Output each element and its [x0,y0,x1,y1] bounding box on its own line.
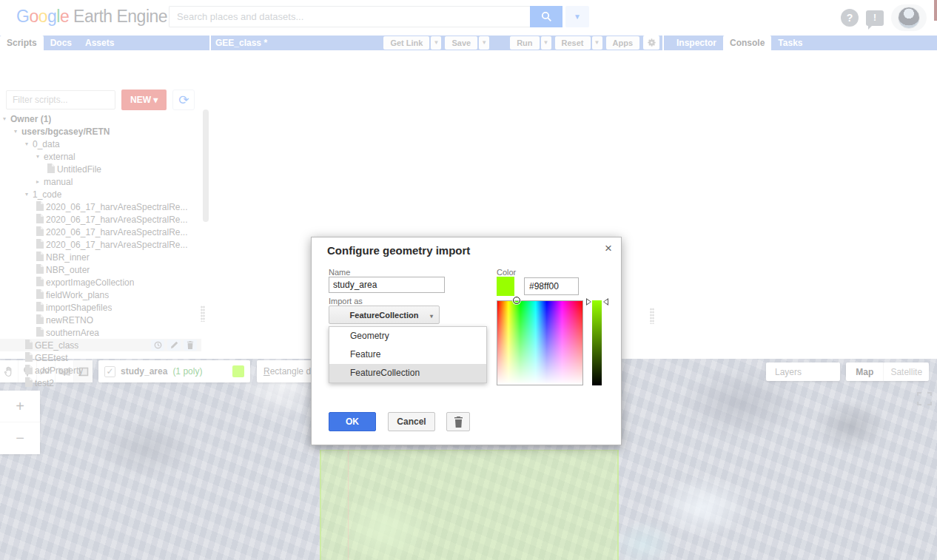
tab-console[interactable]: Console [723,36,771,50]
avatar[interactable] [898,7,920,29]
study-area-polygon[interactable] [320,450,619,560]
run-button[interactable]: Run [510,36,539,50]
tree-item-1-code[interactable]: ▾1_code [0,188,201,200]
reset-button[interactable]: Reset [555,36,591,50]
file-icon [36,327,44,339]
tab-scripts[interactable]: Scripts [0,36,44,50]
tree-item-label: NBR_outer [46,265,90,275]
tree-item-addproperty[interactable]: addProperty [0,364,201,377]
tree-item-newretno[interactable]: newRETNO [0,314,201,326]
tree-item-untitledfile[interactable]: UntitledFile [0,163,201,175]
search-options-caret-button[interactable]: ▼ [565,6,589,27]
ok-button[interactable]: OK [329,412,376,431]
tree-item-label: users/bgcasey/RETN [21,126,110,137]
apps-button[interactable]: Apps [606,36,640,50]
fullscreen-icon[interactable] [916,392,933,407]
tab-tasks[interactable]: Tasks [771,36,809,50]
geometry-name-input[interactable] [329,277,445,293]
script-tab-title[interactable]: GEE_class * [215,38,267,50]
file-icon [25,352,33,364]
layer-color-chip[interactable] [232,365,244,377]
tree-item-southernarea[interactable]: southernArea [0,326,201,339]
collapse-caret-icon[interactable]: ▾ [25,141,33,147]
refresh-icon[interactable]: ⟳ [172,90,195,110]
hue-saturation-picker[interactable] [497,300,583,385]
tree-item-exportimagecollection[interactable]: exportImageCollection [0,276,201,289]
editor-tabbar: GEE_class * Get Link▼Save▼Run▼Reset▼Apps [211,36,662,50]
tree-item-geetest[interactable]: GEEtest [0,351,201,364]
save-caret-icon[interactable]: ▼ [479,36,489,50]
reset-caret-icon[interactable]: ▼ [592,36,602,50]
collapse-caret-icon[interactable]: ▾ [14,128,21,135]
import-as-select[interactable]: FeatureCollection▾ [329,306,440,324]
zoom-out-button[interactable]: − [0,422,40,454]
file-icon [25,365,33,377]
expand-caret-icon[interactable]: ▸ [36,178,44,185]
tree-item-0-data[interactable]: ▾0_data [0,138,201,150]
screen-edge-strip [934,0,937,21]
close-icon[interactable]: × [605,241,612,256]
name-label: Name [329,268,350,277]
collapse-caret-icon[interactable]: ▾ [36,153,44,160]
get-link-button[interactable]: Get Link [383,36,429,50]
tab-assets[interactable]: Assets [78,36,121,50]
slider-marker-left[interactable] [586,298,591,306]
filter-scripts-input[interactable] [6,90,115,109]
color-hex-input[interactable] [524,277,579,295]
color-picker-marker[interactable] [513,297,520,304]
tree-item-owner-1-[interactable]: ▾Owner (1) [0,112,201,125]
save-button[interactable]: Save [445,36,477,50]
option-feature[interactable]: Feature [329,345,486,364]
tree-item-fieldwork-plans[interactable]: fieldWork_plans [0,289,201,301]
history-icon[interactable] [151,340,164,351]
tab-inspector[interactable]: Inspector [670,36,723,50]
settings-gear-icon[interactable] [643,36,659,50]
tree-item-importshapefiles[interactable]: importShapefiles [0,301,201,314]
option-featurecollection[interactable]: FeatureCollection [329,364,486,382]
help-icon[interactable]: ? [841,9,859,27]
account-area[interactable] [891,4,927,31]
tree-item-nbr-outer[interactable]: NBR_outer [0,263,201,276]
delete-geometry-button[interactable] [446,412,470,431]
tree-item-manual[interactable]: ▸manual [0,175,201,188]
get-link-caret-icon[interactable]: ▼ [431,36,441,50]
tree-item-2020-06-17-harvareaspectralre-[interactable]: 2020_06_17_harvAreaSpectralRe... [0,226,201,238]
editor-toolbar: Get Link▼Save▼Run▼Reset▼Apps [383,36,662,50]
panel-splitter-grip[interactable] [201,306,205,322]
option-geometry[interactable]: Geometry [329,327,486,345]
tree-item-test2[interactable]: test2 [0,377,201,389]
tree-item-external[interactable]: ▾external [0,150,201,163]
run-caret-icon[interactable]: ▼ [541,36,551,50]
tree-item-users-bgcasey-retn[interactable]: ▾users/bgcasey/RETN [0,125,201,138]
cancel-button[interactable]: Cancel [388,412,435,431]
map-toggle-button[interactable]: Map [846,362,884,381]
left-panel-scrollbar[interactable] [203,109,209,222]
satellite-toggle-button[interactable]: Satellite [884,362,929,381]
tree-item-gee-class[interactable]: GEE_class [0,339,201,351]
panel-splitter-grip[interactable] [650,308,654,324]
delete-icon[interactable] [184,340,197,351]
file-icon [36,302,44,314]
color-swatch[interactable] [497,277,514,296]
tree-item-label: southernArea [46,328,99,338]
file-icon [36,239,44,251]
tree-item-2020-06-17-harvareaspectralre-[interactable]: 2020_06_17_harvAreaSpectralRe... [0,238,201,251]
edit-icon[interactable] [167,340,181,351]
collapse-caret-icon[interactable]: ▾ [25,191,33,198]
tree-item-label: external [44,152,75,162]
zoom-in-button[interactable]: + [0,391,40,422]
file-icon [36,264,44,276]
new-script-button[interactable]: NEW ▾ [121,90,167,110]
search-input[interactable] [169,6,530,27]
tab-docs[interactable]: Docs [44,36,78,50]
feedback-icon[interactable]: ! [866,10,884,26]
tree-item-2020-06-17-harvareaspectralre-[interactable]: 2020_06_17_harvAreaSpectralRe... [0,213,201,226]
map-zoom-control: + − [0,391,40,454]
layers-button[interactable]: Layers [766,362,840,381]
tree-item-2020-06-17-harvareaspectralre-[interactable]: 2020_06_17_harvAreaSpectralRe... [0,200,201,213]
slider-marker-right[interactable] [603,298,608,306]
search-button[interactable] [530,6,562,27]
tree-item-nbr-inner[interactable]: NBR_inner [0,251,201,263]
brightness-slider[interactable] [592,300,602,385]
collapse-caret-icon[interactable]: ▾ [3,115,10,122]
